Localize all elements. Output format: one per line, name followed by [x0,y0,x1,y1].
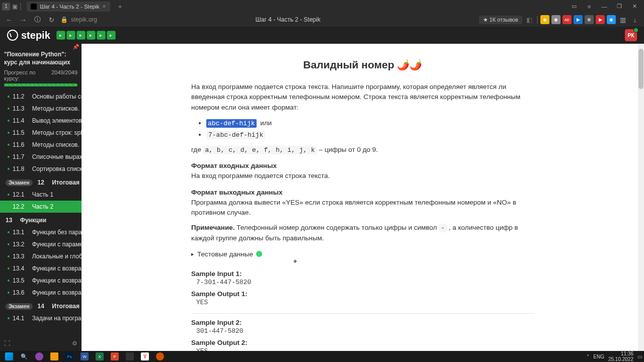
task-app-ps[interactable]: Ps [62,351,76,362]
start-button[interactable] [2,351,16,362]
nav-item-13.6[interactable]: 13.6 Функции с возвратом... [0,287,82,299]
tab-count[interactable]: 1 [2,3,10,11]
sidebar-bottom: ⛶ ⚙ [0,336,82,351]
test-data-toggle[interactable]: Тестовые данные [191,250,534,258]
status-dot-icon [256,251,262,257]
step-2[interactable]: ▸ [66,31,75,40]
task-app-2[interactable] [47,351,61,362]
page-title: Шаг 4 - Часть 2 - Stepik [101,16,475,23]
output-format-head: Формат выходных данных [191,189,534,196]
nav-item-13.4[interactable]: 13.4 Функции с возвратом... [0,262,82,275]
sidebar: 📌 "Поколение Python": курс для начинающи… [0,44,82,351]
ext-icon-5[interactable]: ⊕ [585,15,594,24]
logo[interactable]: stepik [7,30,50,41]
nav-item-12.1[interactable]: 12.1 Часть 1 [0,189,82,201]
ext-icon-3[interactable]: AE [562,15,572,24]
tab-close-icon[interactable]: × [103,3,106,10]
info-icon[interactable]: ⓘ [32,15,42,24]
problem-intro: На вход программе подается строка текста… [191,82,534,113]
tray-clock[interactable]: 11:36 25.10.2022 [608,351,633,362]
note: Примечание. Телефонный номер должен соде… [191,223,534,243]
nav-list: 11.2 Основы работы со сп...11.3 Методы с… [0,90,82,336]
bookmark-icon[interactable]: ◧ [524,16,534,24]
format-list: abc-def-hijk или 7-abc-def-hijk [206,118,534,141]
ext-icon-7[interactable]: ◉ [607,15,616,24]
nav-item-12.2[interactable]: 12.2 Часть 2 [0,201,82,213]
scrollbar[interactable] [638,44,644,351]
task-app-excel[interactable]: X [93,351,107,362]
back-button[interactable]: ← [4,16,14,24]
download-icon[interactable]: ↓ [630,16,640,24]
minimize-button[interactable]: — [597,0,612,13]
sample-in-label: Sample Input 2: [191,319,534,326]
task-app-3[interactable] [123,351,137,362]
tab-stack-icon[interactable]: ▣ [12,3,18,10]
divider: | [536,15,538,24]
tab-title: Шаг 4 - Часть 2 - Stepik [40,4,99,10]
tray-lang[interactable]: ENG [593,354,604,359]
rating-button[interactable]: ★ 1К отзывов [479,16,522,24]
nav-item-11.5[interactable]: 11.5 Методы строк: split, join [0,127,82,139]
menu-icon[interactable]: ≡ [582,0,597,13]
reload-button[interactable]: ↻ [46,16,56,24]
panel-icon[interactable]: ▭ [567,0,582,13]
nav-item-11.3[interactable]: 11.3 Методы списков. Час... [0,103,82,115]
ext-icon-4[interactable]: ▶ [574,15,583,24]
ext-icon-6[interactable]: ▶ [596,15,605,24]
task-app-4[interactable] [153,351,167,362]
step-4[interactable]: ▸ [87,31,96,40]
nav-item-11.4[interactable]: 11.4 Вывод элементов спи... [0,115,82,127]
browser-tab-strip: 1 ▣ | Шаг 4 - Часть 2 - Stepik × + ▭ ≡ —… [0,0,644,13]
output-format-text: Программа должна вывести «YES» если стро… [191,198,534,218]
task-app-1[interactable] [32,351,46,362]
format-2-code: 7-abc-def-hijk [206,131,265,139]
url-host: stepik.org [71,16,97,23]
nav-item-13.1[interactable]: 13.1 Функции без парамет... [0,226,82,238]
section-14[interactable]: Экзамен 14 Итоговая работ... [0,299,82,312]
input-format-head: Формат входных данных [191,162,534,169]
nav-item-11.2[interactable]: 11.2 Основы работы со сп... [0,90,82,103]
ext-icon-1[interactable]: ◉ [540,15,549,24]
tray-chevron-icon[interactable]: ˄ [587,354,589,359]
user-avatar[interactable]: РК [625,29,637,41]
task-app-word[interactable]: W [77,351,92,362]
fullscreen-icon[interactable]: ⛶ [4,340,10,347]
app-header: stepik ▸ ▸ ▸ ▸ ▸ ▸ РК [0,27,644,44]
taskbar: 🔍 Ps W X P Y ˄ ENG 11:36 25.10.2022 ▭ [0,351,644,362]
sample-in-label: Sample Input 1: [191,270,534,278]
step-6[interactable]: ▸ [107,31,116,40]
maximize-button[interactable]: ❐ [612,0,627,13]
sample-out-val: YES [191,299,534,306]
close-button[interactable]: ✕ [627,0,642,13]
nav-item-11.8[interactable]: 11.8 Сортировка списков [0,163,82,175]
tray-notif-icon[interactable]: ▭ [637,354,642,359]
task-app-yandex[interactable]: Y [138,351,152,362]
pin-icon[interactable]: 📌 [72,44,79,50]
browser-tab[interactable]: Шаг 4 - Часть 2 - Stepik × [27,2,110,12]
progress-row: Прогресс по курсу: 2049/2049 [0,69,82,83]
pepper-icon: 🌶️ [410,59,422,71]
content-area: Валидный номер 🌶️🌶️ На вход программе по… [82,44,644,351]
scroll-thumb[interactable] [638,49,643,89]
forward-button[interactable]: → [18,16,28,24]
new-tab-button[interactable]: + [115,2,125,12]
nav-item-11.7[interactable]: 11.7 Списочные выражения [0,151,82,163]
task-app-ppt[interactable]: P [108,351,122,362]
search-icon[interactable]: 🔍 [17,351,31,362]
step-3[interactable]: ▸ [76,31,86,40]
nav-item-11.6[interactable]: 11.6 Методы списков. Час... [0,139,82,151]
step-1[interactable]: ▸ [56,31,65,40]
sample-out-val: YES [191,347,534,351]
panel-icon-2[interactable]: ▥ [618,16,628,24]
step-5[interactable]: ▸ [97,31,106,40]
section-13[interactable]: 13 Функции [0,213,82,226]
settings-icon[interactable]: ⚙ [72,340,77,347]
url-bar[interactable]: 🔒 stepik.org [60,16,97,23]
nav-item-13.5[interactable]: 13.5 Функции с возвратом... [0,275,82,287]
nav-item-13.2[interactable]: 13.2 Функции с параметра... [0,238,82,250]
nav-item-14.1[interactable]: 14.1 Задачи на программи... [0,312,82,324]
nav-item-13.3[interactable]: 13.3 Локальные и глобаль... [0,250,82,262]
ext-icon-2[interactable]: ◉ [551,15,560,24]
progress-bar [4,83,77,86]
section-12[interactable]: Экзамен 12 Итоговая работ... [0,175,82,189]
